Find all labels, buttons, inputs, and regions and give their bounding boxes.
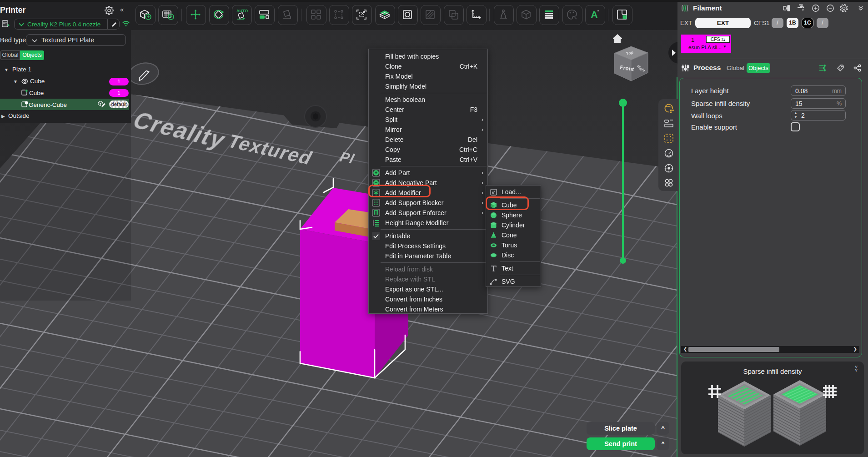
svg-text:A: A: [591, 9, 598, 20]
